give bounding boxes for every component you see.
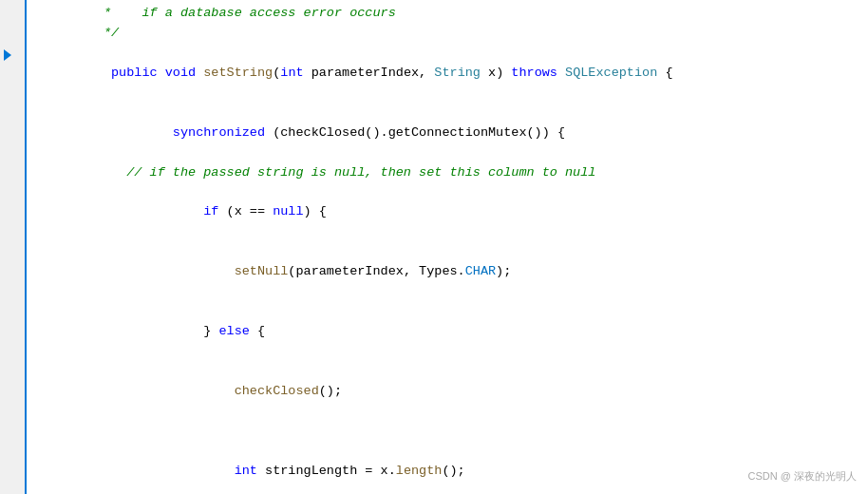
code-line: public void setString(int parameterIndex… xyxy=(34,44,868,104)
code-container: * if a database access error occurs */ p… xyxy=(0,0,868,494)
line-content: * if a database access error occurs xyxy=(34,4,396,24)
line-content: synchronized (checkClosed().getConnectio… xyxy=(34,104,565,163)
code-line: checkClosed(); xyxy=(34,362,868,422)
line-content: public void setString(int parameterIndex… xyxy=(34,44,672,104)
breakpoint-arrow xyxy=(4,49,11,61)
code-line: setNull(parameterIndex, Types.CHAR); xyxy=(34,242,868,302)
code-line: if (x == null) { xyxy=(34,183,868,243)
line-content: setNull(parameterIndex, Types.CHAR); xyxy=(34,242,511,302)
left-gutter xyxy=(0,0,27,494)
code-line: */ xyxy=(34,24,868,44)
line-content: */ xyxy=(34,24,119,44)
watermark: CSDN @ 深夜的光明人 xyxy=(745,466,860,486)
code-line: // if the passed string is null, then se… xyxy=(34,163,868,183)
code-line xyxy=(34,422,868,442)
line-content: int stringLength = x.length(); xyxy=(34,442,465,494)
code-line: synchronized (checkClosed().getConnectio… xyxy=(34,104,868,163)
line-content: // if the passed string is null, then se… xyxy=(34,163,595,183)
line-content: if (x == null) { xyxy=(34,183,327,243)
code-line: * if a database access error occurs xyxy=(34,4,868,24)
code-line: int stringLength = x.length(); xyxy=(34,442,868,494)
line-content: checkClosed(); xyxy=(34,362,342,422)
code-line: } else { xyxy=(34,302,868,362)
code-lines: * if a database access error occurs */ p… xyxy=(27,0,868,494)
line-content: } else { xyxy=(34,302,265,362)
code-area[interactable]: * if a database access error occurs */ p… xyxy=(27,0,868,494)
